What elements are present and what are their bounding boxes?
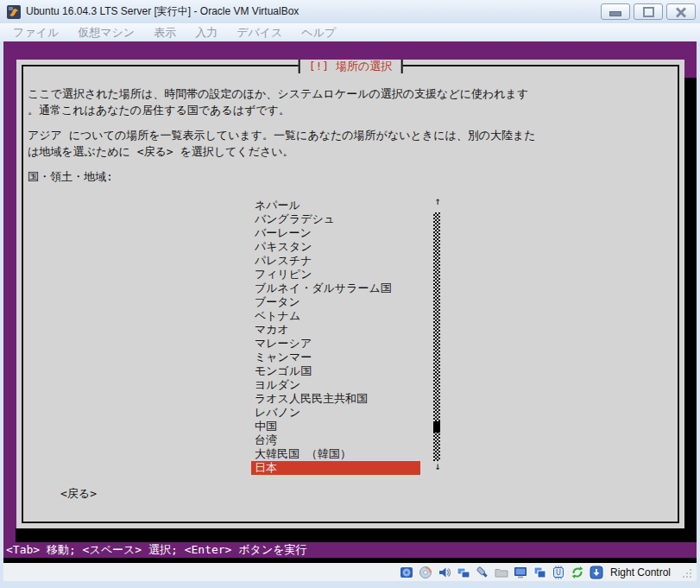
location-dialog: [!] 場所の選択 ここで選択された場所は、時間帯の設定のほか、システムロケール… [16, 60, 684, 528]
virtualbox-window: Ubuntu 16.04.3 LTS Server [実行中] - Oracle… [0, 0, 700, 588]
intro-line-1: ここで選択された場所は、時間帯の設定のほか、システムロケールの選択の支援などに使… [28, 85, 528, 102]
country-row[interactable]: ブータン [251, 295, 420, 309]
close-button[interactable] [666, 3, 696, 20]
country-row[interactable]: ヨルダン [251, 378, 420, 392]
menu-devices[interactable]: デバイス [227, 25, 292, 41]
close-icon [676, 8, 686, 16]
network-icon[interactable] [457, 566, 470, 579]
menu-view[interactable]: 表示 [144, 25, 186, 41]
intro-paragraph: ここで選択された場所は、時間帯の設定のほか、システムロケールの選択の支援などに使… [28, 85, 528, 118]
country-row[interactable]: 大韓民国 （韓国） [251, 447, 420, 461]
scrollbar-thumb[interactable] [433, 421, 440, 433]
optical-disc-icon[interactable] [419, 566, 432, 579]
maximize-icon [643, 7, 654, 17]
shared-folders-icon[interactable] [495, 566, 508, 579]
minimize-button[interactable] [601, 3, 630, 20]
country-row[interactable]: ラオス人民民主共和国 [251, 392, 420, 406]
menu-machine[interactable]: 仮想マシン [68, 25, 144, 41]
menu-input[interactable]: 入力 [186, 25, 227, 41]
host-key-label: Right Control [610, 566, 671, 579]
country-row[interactable]: パレスチナ [251, 254, 420, 268]
country-row[interactable]: 台湾 [251, 433, 420, 447]
hdd-icon[interactable] [400, 566, 413, 579]
country-row[interactable]: バングラデシュ [251, 212, 420, 226]
scrollbar-track[interactable] [433, 212, 440, 461]
dialog-shadow-bottom [16, 528, 697, 542]
maximize-button[interactable] [634, 3, 663, 20]
country-row[interactable]: レバノン [251, 406, 420, 420]
country-row[interactable]: ミャンマー [251, 351, 420, 364]
country-row[interactable]: ブルネイ・ダルサラーム国 [251, 281, 420, 295]
window-title: Ubuntu 16.04.3 LTS Server [実行中] - Oracle… [26, 4, 299, 19]
scope-paragraph: アジア についての場所を一覧表示しています。一覧にあなたの場所がないときには、別… [28, 127, 536, 160]
window-titlebar[interactable]: Ubuntu 16.04.3 LTS Server [実行中] - Oracle… [0, 0, 700, 23]
virtual-screens-icon[interactable] [533, 566, 546, 579]
country-row[interactable]: ネパール [251, 199, 420, 212]
svg-text:U: U [556, 569, 561, 577]
host-key-state-icon[interactable] [590, 566, 603, 579]
audio-icon[interactable] [438, 566, 451, 579]
intro-line-2: 。通常これはあなたの居住する国であるはずです。 [28, 102, 528, 118]
country-row[interactable]: 中国 [251, 420, 420, 433]
country-row[interactable]: モンゴル国 [251, 364, 420, 378]
mouse-integration-icon[interactable] [571, 566, 584, 579]
country-row[interactable]: ベトナム [251, 309, 420, 323]
usb-icon[interactable] [476, 566, 489, 579]
vbox-status-bar: U Right Control [3, 563, 697, 581]
menu-file[interactable]: ファイル [3, 25, 68, 41]
country-row[interactable]: マレーシア [251, 337, 420, 351]
country-row[interactable]: フィリピン [251, 268, 420, 281]
help-bar: <Tab> 移動; <スペース> 選択; <Enter> ボタンを実行 [3, 542, 697, 558]
features-icon[interactable]: U [552, 566, 565, 579]
country-list-label: 国・領土・地域: [28, 168, 113, 185]
scope-line-1: アジア についての場所を一覧表示しています。一覧にあなたの場所がないときには、別… [28, 127, 536, 143]
scope-line-2: は地域を選ぶために <戻る> を選択してください。 [28, 143, 536, 160]
menu-bar: ファイル 仮想マシン 表示 入力 デバイス ヘルプ [0, 23, 700, 41]
virtualbox-vm-icon [7, 5, 21, 19]
back-button[interactable]: <戻る> [60, 486, 97, 502]
scrollbar-down-arrow[interactable]: ↓ [432, 460, 443, 472]
menu-help[interactable]: ヘルプ [292, 25, 345, 41]
country-row[interactable]: マカオ [251, 323, 420, 337]
country-list: ネパール バングラデシュ バーレーン パキスタン パレスチナ フィリピン ブルネ… [251, 199, 420, 475]
resize-grip[interactable] [681, 567, 691, 578]
display-icon[interactable] [514, 566, 527, 579]
vm-screen[interactable]: [!] 場所の選択 ここで選択された場所は、時間帯の設定のほか、システムロケール… [3, 41, 697, 563]
country-row[interactable]: バーレーン [251, 226, 420, 240]
scrollbar-up-arrow[interactable]: ↑ [432, 195, 443, 207]
country-row[interactable]: パキスタン [251, 240, 420, 254]
minimize-icon [609, 11, 621, 16]
dialog-title: [!] 場所の選択 [299, 60, 403, 73]
country-row-selected[interactable]: 日本 [251, 461, 420, 475]
dialog-shadow-right [684, 78, 697, 542]
